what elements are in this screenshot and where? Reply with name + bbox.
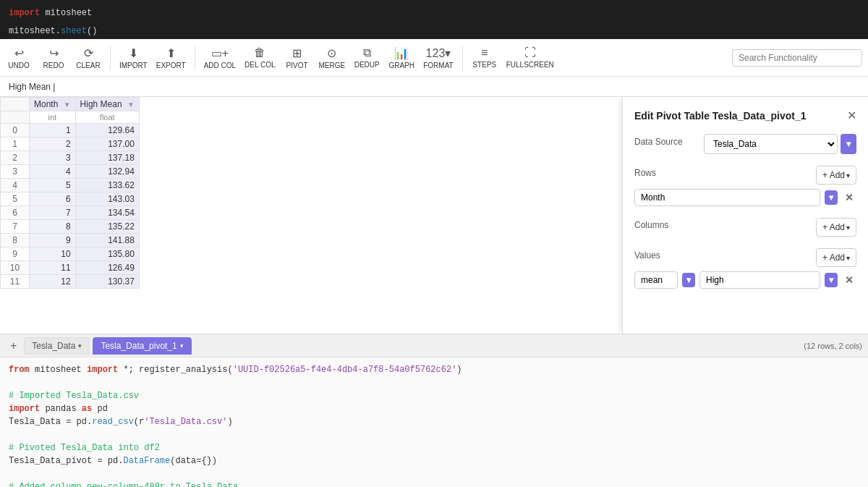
table-row: 78135.22: [1, 220, 140, 234]
tab-tesla-data[interactable]: Tesla_Data ▾: [24, 337, 90, 355]
row-month-cell[interactable]: 3: [30, 151, 76, 165]
dedup-button[interactable]: ⧉ DEDUP: [354, 46, 380, 69]
tab-pivot-1-chevron: ▾: [180, 342, 184, 350]
month-type-cell: int: [30, 111, 76, 124]
row-month-cell[interactable]: 10: [30, 247, 76, 261]
fullscreen-label: FULLSCREEN: [506, 61, 554, 69]
month-filter-icon[interactable]: ▼: [64, 101, 71, 109]
values-remove-btn[interactable]: ✕: [842, 273, 856, 287]
data-table: Month ▼ High Mean ▼ int float: [0, 97, 140, 289]
row-highmean-cell[interactable]: 135.22: [75, 220, 139, 234]
merge-button[interactable]: ⊙ MERGE: [319, 46, 346, 69]
row-month-cell[interactable]: 9: [30, 234, 76, 247]
row-month-cell[interactable]: 11: [30, 261, 76, 275]
undo-button[interactable]: ↩ UNDO: [6, 46, 32, 69]
rows-month-chevron-btn[interactable]: ▾: [825, 190, 838, 205]
row-month-cell[interactable]: 12: [30, 275, 76, 289]
row-month-cell[interactable]: 5: [30, 179, 76, 192]
tab-pivot-1[interactable]: Tesla_Data_pivot_1 ▾: [93, 337, 191, 355]
sep3: [462, 46, 463, 69]
row-highmean-cell[interactable]: 137.18: [75, 151, 139, 165]
rows-add-label: + Add: [822, 170, 845, 180]
row-highmean-cell[interactable]: 137.00: [75, 137, 139, 151]
pivot-button[interactable]: ⊞ PIVOT: [284, 46, 310, 69]
row-month-cell[interactable]: 7: [30, 206, 76, 220]
toolbar: ↩ UNDO ↪ REDO ⟳ CLEAR ⬇ IMPORT ⬆ EXPORT …: [0, 39, 868, 77]
row-month-cell[interactable]: 1: [30, 124, 76, 137]
row-highmean-cell[interactable]: 126.49: [75, 261, 139, 275]
steps-label: STEPS: [472, 61, 496, 69]
values-add-button[interactable]: + Add ▾: [816, 248, 856, 267]
type-index-cell: [1, 111, 30, 124]
col-header-highmean[interactable]: High Mean ▼: [75, 98, 139, 111]
row-month-cell[interactable]: 8: [30, 220, 76, 234]
top-code-sheet: mitosheet.sheet(): [9, 26, 97, 36]
row-highmean-cell[interactable]: 143.03: [75, 192, 139, 206]
row-index-cell: 11: [1, 275, 30, 289]
format-button[interactable]: 123▾ FORMAT: [423, 46, 453, 69]
export-button[interactable]: ⬆ EXPORT: [156, 46, 186, 69]
clear-button[interactable]: ⟳ CLEAR: [75, 46, 101, 69]
format-label: FORMAT: [423, 62, 453, 69]
table-row: 23137.18: [1, 151, 140, 165]
highmean-type-cell: float: [75, 111, 139, 124]
del-col-label: DEL COL: [244, 61, 275, 69]
row-highmean-cell[interactable]: 133.62: [75, 179, 139, 192]
row-highmean-cell[interactable]: 129.64: [75, 124, 139, 137]
row-month-cell[interactable]: 2: [30, 137, 76, 151]
selected-cell-label: High Mean |: [9, 82, 55, 92]
data-source-section: Data Source Tesla_Data ▾: [634, 134, 856, 154]
values-agg-pill: mean: [634, 271, 678, 289]
row-index-cell: 9: [1, 247, 30, 261]
row-highmean-cell[interactable]: 130.37: [75, 275, 139, 289]
export-label: EXPORT: [156, 62, 186, 69]
code-line-comment3: # Added column new-column-489r to Tesla_…: [9, 480, 859, 487]
format-icon: 123▾: [426, 46, 451, 60]
add-col-label: ADD COL: [204, 62, 236, 69]
data-source-select[interactable]: Tesla_Data: [704, 134, 838, 154]
pivot-icon: ⊞: [292, 46, 302, 60]
top-code-import-mod: mitosheet: [40, 8, 92, 18]
code-line-blank3: [9, 467, 859, 480]
merge-label: MERGE: [319, 62, 346, 69]
values-add-label: + Add: [822, 253, 845, 263]
row-highmean-cell[interactable]: 132.94: [75, 165, 139, 179]
table-row: 1112130.37: [1, 275, 140, 289]
rows-month-remove-btn[interactable]: ✕: [842, 190, 856, 205]
values-label: Values: [634, 250, 812, 261]
import-button[interactable]: ⬇ IMPORT: [119, 46, 148, 69]
code-line-1: from mitosheet import *; register_analys…: [9, 363, 859, 376]
add-sheet-button[interactable]: +: [6, 338, 21, 354]
row-highmean-cell[interactable]: 134.54: [75, 206, 139, 220]
del-col-button[interactable]: 🗑 DEL COL: [244, 46, 275, 69]
data-source-chevron-btn[interactable]: ▾: [841, 134, 856, 154]
row-month-cell[interactable]: 6: [30, 192, 76, 206]
data-source-label: Data Source: [634, 137, 699, 147]
data-source-control: Tesla_Data ▾: [704, 134, 856, 154]
col-header-month[interactable]: Month ▼: [30, 98, 76, 111]
undo-label: UNDO: [8, 62, 29, 69]
values-col-chevron-btn[interactable]: ▾: [825, 273, 838, 287]
highmean-filter-icon[interactable]: ▼: [127, 101, 135, 109]
add-col-button[interactable]: ▭+ ADD COL: [204, 46, 236, 69]
graph-button[interactable]: 📊 GRAPH: [388, 46, 414, 69]
columns-label: Columns: [634, 220, 812, 230]
row-month-cell[interactable]: 4: [30, 165, 76, 179]
table-row: 45133.62: [1, 179, 140, 192]
columns-add-button[interactable]: + Add ▾: [816, 218, 856, 237]
search-input[interactable]: [732, 49, 862, 67]
row-index-cell: 1: [1, 137, 30, 151]
rows-add-button[interactable]: + Add ▾: [816, 166, 856, 185]
redo-button[interactable]: ↪ REDO: [41, 46, 67, 69]
fullscreen-button[interactable]: ⛶ FULLSCREEN: [506, 46, 554, 69]
table-row: 1011126.49: [1, 261, 140, 275]
row-highmean-cell[interactable]: 135.80: [75, 247, 139, 261]
row-highmean-cell[interactable]: 141.88: [75, 234, 139, 247]
panel-close-button[interactable]: ✕: [847, 109, 856, 122]
undo-icon: ↩: [14, 46, 24, 60]
top-code-area2: mitosheet.sheet(): [0, 26, 868, 39]
steps-button[interactable]: ≡ STEPS: [472, 46, 498, 69]
values-agg-chevron-btn[interactable]: ▾: [682, 273, 695, 287]
values-header-row: Values + Add ▾: [634, 248, 856, 267]
table-row: 01129.64: [1, 124, 140, 137]
